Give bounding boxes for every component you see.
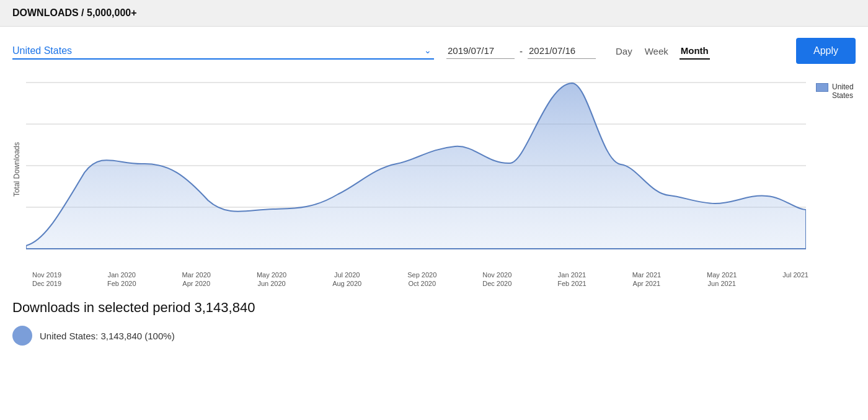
summary-section: Downloads in selected period 3,143,840 U… — [0, 287, 868, 352]
date-end-input[interactable] — [528, 43, 596, 59]
x-label-mar2020: Mar 2020 Apr 2020 — [182, 271, 210, 287]
apply-button[interactable]: Apply — [796, 38, 856, 64]
legend-row: United States: 3,143,840 (100%) — [12, 326, 856, 346]
y-axis-label: Total Downloads — [12, 142, 21, 197]
x-label-jul2021: Jul 2021 — [782, 271, 808, 287]
legend-color-us — [816, 83, 828, 92]
legend-dot-us — [12, 326, 32, 346]
date-start-input[interactable] — [446, 43, 515, 59]
legend-text-us: United States: 3,143,840 (100%) — [40, 331, 175, 341]
period-month-button[interactable]: Month — [680, 43, 710, 60]
x-axis-labels: Nov 2019 Dec 2019 Jan 2020 Feb 2020 Mar … — [32, 269, 808, 287]
chart-legend: UnitedStates — [806, 76, 856, 262]
x-label-jan2020: Jan 2020 Feb 2020 — [107, 271, 136, 287]
controls-bar: United States ⌄ - Day Week Month Apply — [0, 27, 868, 70]
date-separator: - — [520, 46, 523, 56]
legend-item-us: UnitedStates — [816, 83, 854, 100]
x-label-may2021: May 2021 Jun 2021 — [707, 271, 737, 287]
x-label-sep2020: Sep 2020 Oct 2020 — [407, 271, 436, 287]
legend-label-us: UnitedStates — [832, 83, 854, 100]
chart-area: Total Downloads 300,000 200,000 100,000 … — [0, 70, 868, 269]
date-range: - — [446, 43, 596, 59]
period-day-button[interactable]: Day — [614, 43, 634, 59]
header-bar: DOWNLOADS / 5,000,000+ — [0, 0, 868, 27]
x-label-jan2021: Jan 2021 Feb 2021 — [557, 271, 586, 287]
country-select-wrapper[interactable]: United States ⌄ — [12, 43, 434, 60]
chart-svg: 300,000 200,000 100,000 0 — [26, 76, 806, 262]
period-buttons: Day Week Month — [614, 43, 710, 60]
country-select[interactable]: United States — [12, 43, 434, 58]
x-label-nov2020: Nov 2020 Dec 2020 — [482, 271, 512, 287]
summary-title: Downloads in selected period 3,143,840 — [12, 300, 856, 316]
chart-container: 300,000 200,000 100,000 0 — [26, 76, 806, 262]
x-label-may2020: May 2020 Jun 2020 — [257, 271, 286, 287]
page-title: DOWNLOADS / 5,000,000+ — [12, 7, 137, 18]
x-label-nov2019: Nov 2019 Dec 2019 — [32, 271, 61, 287]
x-label-mar2021: Mar 2021 Apr 2021 — [632, 271, 661, 287]
x-label-jul2020: Jul 2020 Aug 2020 — [332, 271, 361, 287]
period-week-button[interactable]: Week — [644, 43, 670, 59]
